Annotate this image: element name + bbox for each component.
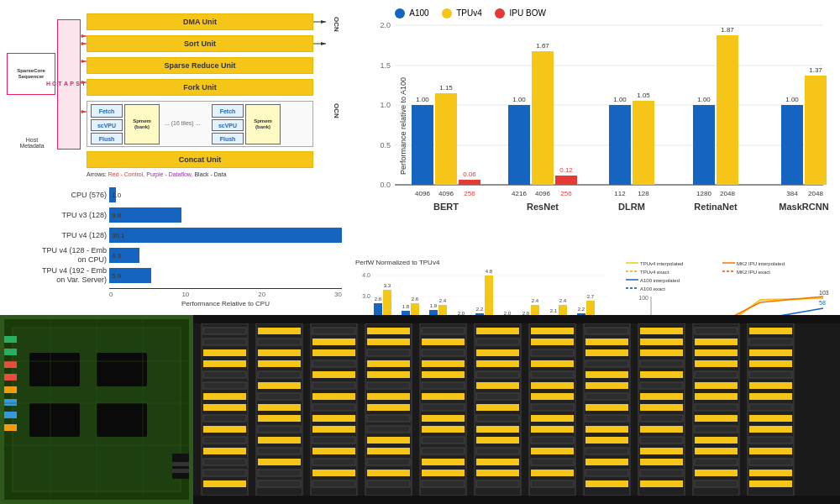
svg-rect-265 (531, 371, 574, 378)
svg-rect-325 (749, 328, 792, 334)
svg-rect-227 (367, 480, 410, 487)
svg-text:2.6: 2.6 (412, 297, 419, 302)
tiles-label: ... (16 tiles) ... (165, 120, 200, 126)
svg-rect-235 (422, 393, 465, 400)
legend-a100-dot (395, 8, 405, 18)
svg-rect-215 (367, 349, 410, 356)
svg-text:MaskRCNN: MaskRCNN (779, 202, 828, 212)
svg-rect-63 (609, 105, 631, 185)
svg-rect-268 (531, 404, 574, 411)
pcb-photo (0, 315, 193, 504)
svg-rect-171 (203, 393, 246, 400)
cpu-bar-value-4: 5.9 (112, 272, 121, 280)
svg-rect-13 (29, 403, 80, 437)
svg-rect-267 (531, 393, 574, 400)
svg-rect-16 (4, 349, 17, 355)
svg-rect-340 (193, 315, 840, 323)
performance-chart: A100 TPUv4 IPU BOW Performance relative … (349, 0, 840, 252)
server-svg (193, 315, 840, 504)
sparsecore-box: SparseCore Sequencer (7, 53, 55, 95)
svg-rect-334 (749, 426, 792, 433)
svg-rect-327 (749, 349, 792, 356)
svg-rect-173 (203, 415, 246, 422)
cpu-bar-value-1: 9.8 (112, 212, 121, 219)
svg-rect-264 (531, 360, 574, 367)
svg-text:256: 256 (464, 190, 475, 197)
svg-rect-233 (422, 371, 465, 378)
svg-rect-262 (531, 339, 574, 345)
svg-rect-297 (640, 371, 683, 378)
svg-rect-46 (435, 93, 457, 185)
svg-text:2.4: 2.4 (532, 298, 539, 303)
svg-rect-243 (422, 480, 465, 487)
svg-rect-290 (585, 470, 628, 476)
scvpu-box-right: scVPU (212, 119, 244, 131)
svg-text:128: 128 (638, 190, 649, 197)
svg-rect-186 (258, 382, 301, 389)
svg-rect-299 (640, 393, 683, 400)
svg-rect-181 (258, 328, 301, 334)
svg-text:4.0: 4.0 (362, 272, 370, 278)
svg-rect-70 (693, 105, 715, 185)
svg-rect-213 (367, 328, 410, 334)
svg-rect-205 (312, 415, 355, 422)
pcb-svg (4, 319, 189, 500)
svg-rect-280 (585, 360, 628, 367)
svg-rect-190 (258, 426, 301, 433)
svg-rect-193 (258, 459, 301, 465)
svg-rect-194 (258, 470, 301, 476)
svg-rect-14 (97, 403, 147, 437)
svg-rect-247 (476, 349, 519, 356)
svg-rect-201 (312, 371, 355, 378)
svg-rect-30 (172, 462, 189, 466)
svg-rect-224 (367, 448, 410, 454)
svg-rect-209 (312, 459, 355, 465)
svg-text:1.37: 1.37 (809, 66, 822, 74)
svg-rect-191 (258, 437, 301, 444)
svg-rect-261 (531, 328, 574, 334)
svg-rect-168 (203, 360, 246, 367)
svg-rect-216 (367, 360, 410, 367)
cpu-row-0: CPU (576) 1.0 (109, 187, 342, 202)
svg-rect-66 (633, 101, 654, 185)
svg-rect-289 (585, 459, 628, 465)
svg-rect-177 (203, 459, 246, 465)
svg-text:DLRM: DLRM (618, 202, 645, 212)
svg-rect-279 (585, 349, 628, 356)
svg-text:256: 256 (560, 190, 572, 197)
svg-text:1.00: 1.00 (416, 96, 429, 103)
svg-text:1.00: 1.00 (697, 96, 711, 103)
svg-rect-336 (749, 448, 792, 454)
svg-rect-339 (749, 480, 792, 487)
svg-text:58: 58 (819, 300, 826, 306)
ocn-label-top: OCN (333, 17, 340, 32)
cpu-label-0: CPU (576) (2, 191, 107, 199)
flush-box-right: Flush (212, 133, 244, 144)
svg-text:1.9: 1.9 (430, 303, 438, 308)
svg-rect-185 (258, 371, 301, 378)
svg-rect-208 (312, 448, 355, 454)
svg-text:A100 exact: A100 exact (640, 286, 665, 291)
svg-rect-312 (695, 360, 738, 367)
svg-text:103: 103 (819, 290, 829, 296)
svg-text:2.7: 2.7 (587, 294, 595, 299)
svg-text:1.00: 1.00 (785, 96, 799, 103)
svg-rect-306 (640, 470, 683, 476)
svg-text:MK2 IPU interpolated: MK2 IPU interpolated (737, 261, 785, 266)
svg-rect-220 (367, 404, 410, 411)
svg-rect-301 (640, 415, 683, 422)
svg-rect-195 (258, 480, 301, 487)
svg-rect-270 (531, 426, 574, 433)
svg-rect-319 (695, 437, 738, 444)
svg-rect-179 (203, 480, 246, 487)
svg-rect-331 (749, 393, 792, 400)
svg-rect-249 (476, 371, 519, 378)
pcb-visual (4, 319, 189, 500)
svg-rect-300 (640, 404, 683, 411)
svg-rect-307 (640, 480, 683, 487)
svg-rect-274 (531, 470, 574, 476)
fetch-box-left: Fetch (91, 104, 123, 118)
svg-rect-203 (312, 393, 355, 400)
perf-legend: A100 TPUv4 IPU BOW (395, 8, 832, 18)
svg-rect-266 (531, 382, 574, 389)
